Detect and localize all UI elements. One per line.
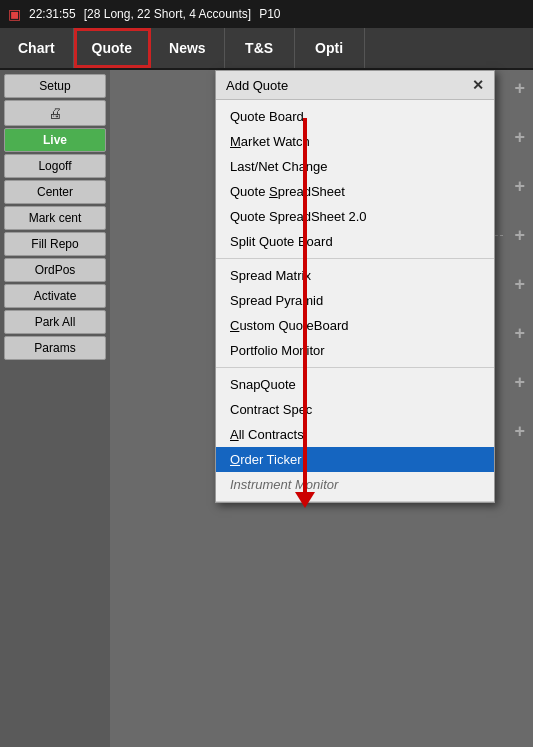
sidebar-btn-ordpos[interactable]: OrdPos [4, 258, 106, 282]
content-area: + + + + + + + + Add Quote ✕ Quote Board [110, 70, 533, 747]
sidebar-btn-parkall[interactable]: Park All [4, 310, 106, 334]
tab-ts[interactable]: T&S [225, 28, 295, 68]
plus-btn-5[interactable]: + [514, 274, 525, 295]
dropdown-item-split-quote[interactable]: Split Quote Board [216, 229, 494, 254]
sidebar-btn-markcent[interactable]: Mark cent [4, 206, 106, 230]
status-positions: [28 Long, 22 Short, 4 Accounts] [84, 7, 251, 21]
dropdown-close-button[interactable]: ✕ [472, 77, 484, 93]
status-icon: ▣ [8, 6, 21, 22]
dropdown-item-quote-board[interactable]: Quote Board [216, 104, 494, 129]
sidebar-btn-print[interactable]: 🖨 [4, 100, 106, 126]
status-page: P10 [259, 7, 280, 21]
status-time: 22:31:55 [29, 7, 76, 21]
sidebar-btn-activate[interactable]: Activate [4, 284, 106, 308]
dropdown-menu: Add Quote ✕ Quote Board Market Watch Las… [215, 70, 495, 503]
tab-opti[interactable]: Opti [295, 28, 365, 68]
sidebar-btn-params[interactable]: Params [4, 336, 106, 360]
tab-chart[interactable]: Chart [0, 28, 74, 68]
plus-btn-7[interactable]: + [514, 372, 525, 393]
plus-btn-1[interactable]: + [514, 78, 525, 99]
dropdown-section-2: Spread Matrix Spread Pyramid Custom Quot… [216, 259, 494, 368]
dropdown-item-last-net[interactable]: Last/Net Change [216, 154, 494, 179]
dropdown-item-instrument-monitor[interactable]: Instrument Monitor [216, 472, 494, 497]
arrow-line [303, 118, 307, 492]
red-arrow [295, 118, 315, 508]
sidebar-btn-setup[interactable]: Setup [4, 74, 106, 98]
dropdown-item-market-watch[interactable]: Market Watch [216, 129, 494, 154]
status-bar: ▣ 22:31:55 [28 Long, 22 Short, 4 Account… [0, 0, 533, 28]
arrow-head [295, 492, 315, 508]
plus-btn-4[interactable]: + [514, 225, 525, 246]
dropdown-item-custom-quoteboard[interactable]: Custom QuoteBoard [216, 313, 494, 338]
dropdown-item-portfolio[interactable]: Portfolio Monitor [216, 338, 494, 363]
plus-btn-3[interactable]: + [514, 176, 525, 197]
dropdown-title: Add Quote [226, 78, 288, 93]
plus-btn-6[interactable]: + [514, 323, 525, 344]
plus-btn-8[interactable]: + [514, 421, 525, 442]
dropdown-item-all-contracts[interactable]: All Contracts [216, 422, 494, 447]
tab-bar: Chart Quote News T&S Opti [0, 28, 533, 70]
dropdown-item-spreadsheet2[interactable]: Quote SpreadSheet 2.0 [216, 204, 494, 229]
tab-news[interactable]: News [151, 28, 225, 68]
dropdown-container: Add Quote ✕ Quote Board Market Watch Las… [215, 70, 495, 503]
sidebar: Setup 🖨 Live Logoff Center Mark cent Fil… [0, 70, 110, 747]
plus-btn-2[interactable]: + [514, 127, 525, 148]
dropdown-item-spread-pyramid[interactable]: Spread Pyramid [216, 288, 494, 313]
dropdown-item-contract-spec[interactable]: Contract Spec [216, 397, 494, 422]
dropdown-item-spread-matrix[interactable]: Spread Matrix [216, 263, 494, 288]
dropdown-item-spreadsheet[interactable]: Quote SpreadSheet [216, 179, 494, 204]
sidebar-btn-logoff[interactable]: Logoff [4, 154, 106, 178]
plus-buttons: + + + + + + + + [514, 70, 525, 442]
sidebar-btn-fillrepo[interactable]: Fill Repo [4, 232, 106, 256]
dropdown-item-snapquote[interactable]: SnapQuote [216, 372, 494, 397]
dropdown-header: Add Quote ✕ [216, 71, 494, 100]
dropdown-section-1: Quote Board Market Watch Last/Net Change… [216, 100, 494, 259]
main-area: Setup 🖨 Live Logoff Center Mark cent Fil… [0, 70, 533, 747]
dropdown-section-3: SnapQuote Contract Spec All Contracts Or… [216, 368, 494, 502]
sidebar-btn-center[interactable]: Center [4, 180, 106, 204]
dropdown-item-order-ticker[interactable]: Order Ticker [216, 447, 494, 472]
sidebar-btn-live[interactable]: Live [4, 128, 106, 152]
tab-quote[interactable]: Quote [74, 28, 151, 68]
